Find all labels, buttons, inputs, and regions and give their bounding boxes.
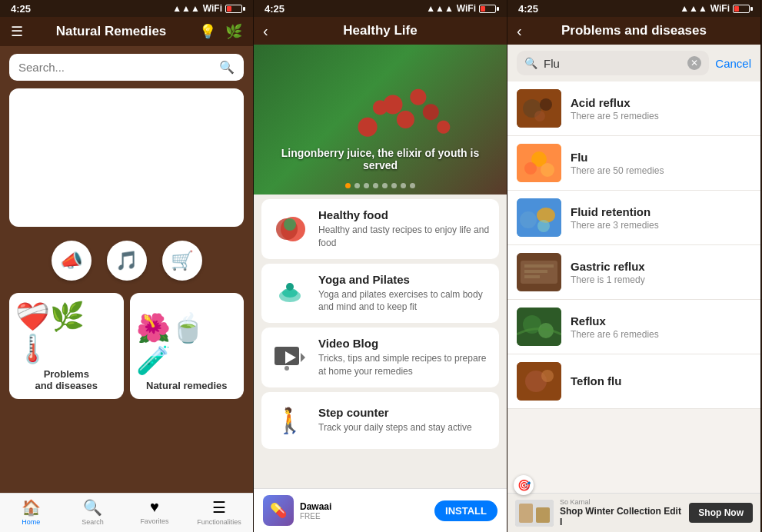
search-nav-icon: 🔍: [83, 498, 102, 517]
shop-now-button[interactable]: Shop Now: [689, 503, 753, 523]
clear-search-button[interactable]: ✕: [687, 56, 701, 70]
time-1: 4:25: [11, 3, 31, 15]
favorites-label: Favorites: [140, 517, 168, 525]
cancel-search-button[interactable]: Cancel: [715, 57, 751, 70]
ad-banner-2: 💊 Dawaai FREE INSTALL: [254, 488, 507, 532]
svg-marker-7: [301, 353, 305, 362]
disease-item-reflux[interactable]: Reflux There are 6 remedies: [507, 300, 760, 354]
nav-favorites[interactable]: ♥ Favorites: [135, 498, 174, 526]
search-input[interactable]: [18, 61, 219, 74]
dot-1[interactable]: [345, 183, 351, 188]
feature-yoga[interactable]: Yoga and Pilates Yoga and pilates exerci…: [261, 264, 499, 324]
svg-rect-35: [536, 507, 550, 523]
teflon-flu-name: Teflon flu: [571, 374, 621, 387]
dot-3[interactable]: [364, 183, 369, 188]
panel-healthy-life: 4:25 ▲▲▲ WiFi ‹ Healthy Life Lingonberry…: [254, 0, 507, 532]
step-counter-icon: 🚶: [271, 401, 309, 440]
hero-caption: Lingonberry juice, the elixir of youth i…: [254, 147, 507, 171]
bottom-nav: 🏠 Home 🔍 Search ♥ Favorites ☰ Functional…: [0, 493, 253, 532]
panel2-title: Healthy Life: [343, 23, 417, 38]
shop-brand: So Karnal: [560, 498, 683, 506]
disease-item-gastric-reflux[interactable]: Gastric reflux There is 1 remedy: [507, 245, 760, 300]
cart-button[interactable]: 🛒: [162, 241, 202, 281]
search-label: Search: [82, 518, 104, 526]
battery-icon-2: [479, 5, 496, 13]
wifi-icon-2: WiFi: [457, 3, 476, 14]
search-query-text: Flu: [544, 57, 681, 70]
status-icons-3: ▲▲▲ WiFi: [680, 3, 750, 14]
panel1-header: ☰ Natural Remedies 💡 🌿: [0, 17, 253, 46]
megaphone-button[interactable]: 📣: [52, 241, 92, 281]
svg-point-21: [537, 220, 550, 232]
reflux-thumb: [517, 308, 561, 346]
dot-5[interactable]: [382, 183, 388, 188]
install-button[interactable]: INSTALL: [434, 500, 497, 521]
functionalities-icon: ☰: [212, 498, 226, 517]
disease-item-fluid-retention[interactable]: Fluid retention There are 3 remedies: [507, 191, 760, 245]
nav-functionalities[interactable]: ☰ Functionalities: [197, 498, 241, 526]
bulb-icon[interactable]: 💡: [199, 23, 216, 40]
gastric-reflux-count: There is 1 remedy: [571, 274, 645, 285]
svg-point-9: [285, 366, 289, 371]
back-button-2[interactable]: ‹: [263, 22, 268, 40]
gastric-reflux-info: Gastric reflux There is 1 remedy: [571, 260, 645, 285]
dot-8[interactable]: [410, 183, 415, 188]
nav-home[interactable]: 🏠 Home: [12, 498, 50, 526]
step-counter-text: Step counter Track your daily steps and …: [318, 406, 472, 434]
yoga-text: Yoga and Pilates Yoga and pilates exerci…: [318, 273, 490, 314]
fluid-retention-thumb: [517, 198, 561, 237]
problems-icon: ❤️‍🩹🌿🌡️: [15, 301, 118, 365]
time-3: 4:25: [518, 3, 538, 15]
healthy-food-icon: [271, 210, 309, 248]
fluid-retention-info: Fluid retention There are 3 remedies: [571, 205, 659, 231]
disease-item-flu[interactable]: Flu There are 50 remedies: [507, 136, 760, 191]
status-icons-2: ▲▲▲ WiFi: [426, 3, 496, 14]
panel2-header: ‹ Healthy Life: [254, 17, 507, 45]
svg-point-19: [520, 211, 537, 228]
feature-healthy-food[interactable]: Healthy food Healthy and tasty recipes t…: [261, 199, 499, 259]
disease-item-acid-reflux[interactable]: Acid reflux There are 5 remedies: [507, 81, 760, 136]
functionalities-label: Functionalities: [197, 518, 241, 526]
svg-point-13: [534, 111, 545, 121]
healthy-food-desc: Healthy and tasty recipes to enjoy life …: [318, 224, 490, 250]
teflon-flu-thumb: [517, 362, 561, 401]
svg-rect-25: [524, 270, 547, 273]
mortar-icon[interactable]: 🌿: [225, 23, 242, 40]
disease-item-teflon-flu[interactable]: Teflon flu: [507, 354, 760, 409]
panel-problems-diseases: 4:25 ▲▲▲ WiFi ‹ Problems and diseases 🔍 …: [507, 0, 761, 532]
fluid-retention-name: Fluid retention: [571, 205, 659, 218]
video-blog-desc: Tricks, tips and simple recipes to prepa…: [318, 352, 490, 378]
hamburger-button[interactable]: ☰: [11, 23, 23, 40]
dot-4[interactable]: [373, 183, 378, 188]
panel-natural-remedies: 4:25 ▲▲▲ WiFi ☰ Natural Remedies 💡 🌿 🔍 📣: [0, 0, 254, 532]
feature-video-blog[interactable]: Video Blog Tricks, tips and simple recip…: [261, 328, 499, 387]
video-blog-title: Video Blog: [318, 337, 490, 350]
ad-text: Dawaai FREE: [300, 501, 428, 520]
dot-2[interactable]: [354, 183, 360, 188]
step-counter-desc: Track your daily steps and stay active: [318, 421, 472, 434]
nav-search[interactable]: 🔍 Search: [74, 498, 112, 526]
back-button-3[interactable]: ‹: [517, 22, 522, 40]
search-pill[interactable]: 🔍 Flu ✕: [517, 51, 709, 75]
search-query-icon: 🔍: [524, 57, 537, 69]
search-bar[interactable]: 🔍: [9, 54, 244, 81]
panel3-title: Problems and diseases: [561, 23, 707, 38]
flu-thumb: [517, 144, 561, 182]
flu-name: Flu: [571, 151, 664, 164]
gps-button[interactable]: 🎯: [514, 475, 534, 495]
teflon-flu-info: Teflon flu: [571, 374, 621, 389]
search-row: 🔍 Flu ✕ Cancel: [507, 45, 760, 81]
dot-6[interactable]: [391, 183, 397, 188]
healthy-food-text: Healthy food Healthy and tasty recipes t…: [318, 208, 490, 250]
remedies-card[interactable]: 🌺🍵🧪 Natural remedies: [130, 293, 245, 399]
feature-step-counter[interactable]: 🚶 Step counter Track your daily steps an…: [261, 392, 499, 449]
status-bar-3: 4:25 ▲▲▲ WiFi: [507, 0, 760, 17]
battery-icon-3: [733, 5, 750, 13]
feature-list: Healthy food Healthy and tasty recipes t…: [254, 195, 507, 488]
disease-list: Acid reflux There are 5 remedies Flu The…: [507, 81, 760, 493]
dot-7[interactable]: [401, 183, 406, 188]
shop-ad-image: [515, 500, 554, 527]
music-button[interactable]: 🎵: [107, 241, 147, 281]
panel1-body: 🔍 📣 🎵 🛒 ❤️‍🩹🌿🌡️ Problemsand diseases 🌺🍵🧪…: [0, 46, 253, 493]
problems-card[interactable]: ❤️‍🩹🌿🌡️ Problemsand diseases: [9, 293, 124, 399]
